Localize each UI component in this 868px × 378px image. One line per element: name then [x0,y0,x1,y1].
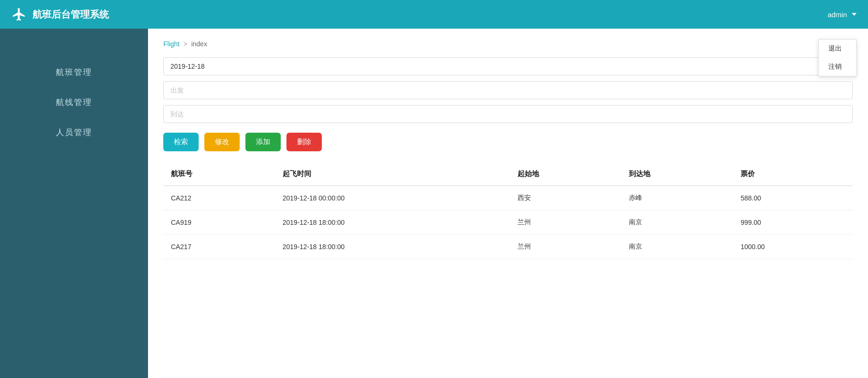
arrive-input[interactable] [163,105,853,123]
chevron-down-icon [852,13,857,16]
cell-origin: 兰州 [510,210,622,235]
admin-label: admin [827,10,847,19]
table-body: CA212 2019-12-18 00:00:00 西安 赤峰 588.00 C… [163,186,853,259]
cell-origin: 兰州 [510,235,622,259]
app-title: 航班后台管理系统 [32,8,109,21]
cancel-item[interactable]: 注销 [819,58,856,76]
cell-depart-time: 2019-12-18 18:00:00 [275,210,510,235]
table-row[interactable]: CA919 2019-12-18 18:00:00 兰州 南京 999.00 [163,210,853,235]
edit-button[interactable]: 修改 [204,133,240,151]
main-content: Flight > index 检索 修改 添加 删除 航班号 起飞时间 起始地 [148,29,868,378]
sidebar: 航班管理 航线管理 人员管理 [0,29,148,378]
airplane-icon [11,7,27,22]
button-row: 检索 修改 添加 删除 [163,133,853,151]
logout-item[interactable]: 退出 [819,40,856,58]
cell-destination: 南京 [621,210,733,235]
col-destination: 到达地 [621,163,733,186]
cell-flight-no: CA217 [163,235,275,259]
breadcrumb: Flight > index [163,40,853,48]
search-button[interactable]: 检索 [163,133,199,151]
header-brand: 航班后台管理系统 [11,7,109,22]
cell-price: 1000.00 [733,235,853,259]
table-row[interactable]: CA212 2019-12-18 00:00:00 西安 赤峰 588.00 [163,186,853,210]
breadcrumb-link[interactable]: Flight [163,40,180,48]
cell-destination: 南京 [621,235,733,259]
delete-button[interactable]: 删除 [286,133,322,151]
col-origin: 起始地 [510,163,622,186]
cell-flight-no: CA919 [163,210,275,235]
cell-depart-time: 2019-12-18 18:00:00 [275,235,510,259]
filter-section [163,57,853,123]
col-flight-no: 航班号 [163,163,275,186]
admin-dropdown: 退出 注销 [818,39,857,76]
cell-origin: 西安 [510,186,622,210]
cell-depart-time: 2019-12-18 00:00:00 [275,186,510,210]
admin-menu[interactable]: admin 退出 注销 [827,10,857,19]
header: 航班后台管理系统 admin 退出 注销 [0,0,868,29]
table-header-row: 航班号 起飞时间 起始地 到达地 票价 [163,163,853,186]
col-price: 票价 [733,163,853,186]
add-button[interactable]: 添加 [245,133,281,151]
cell-price: 588.00 [733,186,853,210]
sidebar-item-flights[interactable]: 航班管理 [0,57,148,87]
cell-destination: 赤峰 [621,186,733,210]
sidebar-item-routes[interactable]: 航线管理 [0,87,148,117]
layout: 航班管理 航线管理 人员管理 Flight > index 检索 修改 添加 删… [0,29,868,378]
depart-input[interactable] [163,81,853,99]
breadcrumb-separator: > [183,40,187,48]
flights-table: 航班号 起飞时间 起始地 到达地 票价 CA212 2019-12-18 00:… [163,163,853,259]
cell-price: 999.00 [733,210,853,235]
table-row[interactable]: CA217 2019-12-18 18:00:00 兰州 南京 1000.00 [163,235,853,259]
breadcrumb-current: index [191,40,207,48]
table-header: 航班号 起飞时间 起始地 到达地 票价 [163,163,853,186]
col-depart-time: 起飞时间 [275,163,510,186]
date-input[interactable] [163,57,853,75]
cell-flight-no: CA212 [163,186,275,210]
sidebar-item-staff[interactable]: 人员管理 [0,117,148,147]
